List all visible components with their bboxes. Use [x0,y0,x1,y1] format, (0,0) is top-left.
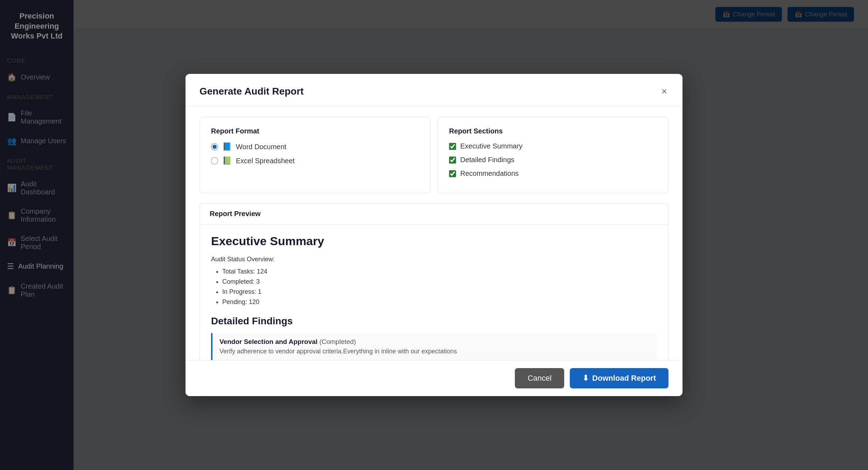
finding-1-desc: Verify adherence to vendor approval crit… [219,348,650,355]
modal-overlay: Generate Audit Report × Report Format 📘 … [0,0,868,470]
word-radio[interactable] [211,143,218,150]
word-icon: 📘 [222,142,232,151]
report-preview-header: Report Preview [200,203,668,224]
exec-summary-option[interactable]: Executive Summary [449,142,657,150]
modal-header: Generate Audit Report × [186,74,682,106]
word-document-option[interactable]: 📘 Word Document [211,142,419,151]
recommendations-option[interactable]: Recommendations [449,170,657,178]
word-label: Word Document [236,143,286,151]
stat-pending: Pending: 120 [222,298,657,306]
stat-total-tasks: Total Tasks: 124 [222,268,657,275]
preview-content[interactable]: Executive Summary Audit Status Overview:… [200,224,668,360]
detailed-findings-label: Detailed Findings [460,156,514,164]
report-sections-label: Report Sections [449,127,657,135]
stat-completed: Completed: 3 [222,278,657,285]
generate-audit-report-modal: Generate Audit Report × Report Format 📘 … [186,74,682,396]
exec-summary-title: Executive Summary [211,234,657,248]
download-report-button[interactable]: ⬇ Download Report [570,368,668,388]
download-icon: ⬇ [582,374,589,383]
exec-summary-label: Executive Summary [460,142,523,150]
excel-icon: 📗 [222,156,232,165]
audit-status-label: Audit Status Overview: [211,256,657,263]
stat-in-progress: In Progress: 1 [222,288,657,296]
excel-label: Excel Spreadsheet [236,157,295,165]
detailed-findings-option[interactable]: Detailed Findings [449,156,657,164]
cancel-button[interactable]: Cancel [515,368,564,388]
modal-title: Generate Audit Report [200,86,304,97]
excel-spreadsheet-option[interactable]: 📗 Excel Spreadsheet [211,156,419,165]
modal-body: Report Format 📘 Word Document 📗 Excel Sp… [186,106,682,360]
excel-radio[interactable] [211,157,218,164]
finding-1-title: Vendor Selection and Approval (Completed… [219,338,650,346]
modal-close-button[interactable]: × [660,85,668,98]
detailed-findings-title: Detailed Findings [211,316,657,327]
exec-summary-checkbox[interactable] [449,143,456,150]
report-sections-panel: Report Sections Executive Summary Detail… [438,117,668,193]
detailed-findings-checkbox[interactable] [449,157,456,164]
modal-footer: Cancel ⬇ Download Report [186,360,682,396]
recommendations-label: Recommendations [460,170,519,178]
finding-card-1: Vendor Selection and Approval (Completed… [211,333,657,360]
report-preview-panel: Report Preview Executive Summary Audit S… [200,203,668,360]
format-sections-row: Report Format 📘 Word Document 📗 Excel Sp… [200,117,668,193]
report-format-panel: Report Format 📘 Word Document 📗 Excel Sp… [200,117,430,193]
report-format-label: Report Format [211,127,419,135]
recommendations-checkbox[interactable] [449,170,456,177]
audit-stats-list: Total Tasks: 124 Completed: 3 In Progres… [211,268,657,306]
